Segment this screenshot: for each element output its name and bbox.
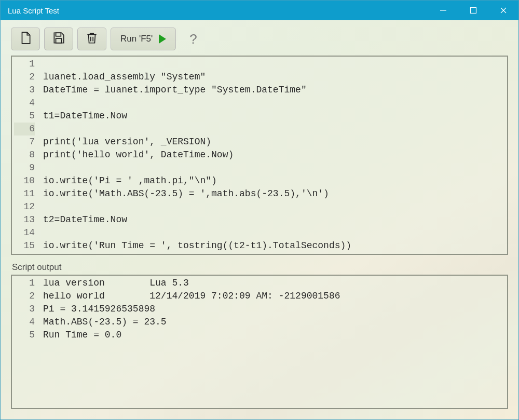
content-area: Run 'F5' ? 123456789101112131415 luanet.…	[1, 20, 518, 419]
editor-code[interactable]: luanet.load_assembly "System"DateTime = …	[40, 57, 354, 253]
delete-button[interactable]	[77, 28, 106, 50]
svg-rect-5	[56, 38, 62, 43]
close-button[interactable]	[488, 1, 518, 20]
minimize-button[interactable]	[428, 1, 458, 20]
script-editor[interactable]: 123456789101112131415 luanet.load_assemb…	[11, 56, 508, 255]
toolbar: Run 'F5' ?	[11, 28, 508, 50]
trash-icon	[85, 31, 99, 47]
svg-rect-1	[471, 8, 476, 13]
window-controls	[428, 1, 518, 20]
output-pane[interactable]: 12345 lua version Lua 5.3hello world 12/…	[11, 275, 508, 409]
app-window: Lua Script Test	[0, 0, 519, 420]
editor-gutter: 123456789101112131415	[12, 57, 40, 253]
output-gutter: 12345	[12, 276, 40, 343]
output-text: lua version Lua 5.3hello world 12/14/201…	[40, 276, 344, 343]
document-icon	[19, 31, 32, 47]
output-label: Script output	[12, 262, 508, 273]
titlebar[interactable]: Lua Script Test	[1, 1, 518, 20]
play-icon	[159, 34, 166, 44]
save-icon	[52, 31, 65, 47]
run-label: Run 'F5'	[120, 34, 153, 44]
save-button[interactable]	[44, 28, 73, 50]
new-button[interactable]	[11, 28, 40, 50]
maximize-button[interactable]	[458, 1, 488, 20]
run-button[interactable]: Run 'F5'	[111, 28, 176, 50]
svg-rect-4	[56, 33, 61, 36]
help-button[interactable]: ?	[189, 31, 197, 47]
window-title: Lua Script Test	[8, 6, 428, 15]
